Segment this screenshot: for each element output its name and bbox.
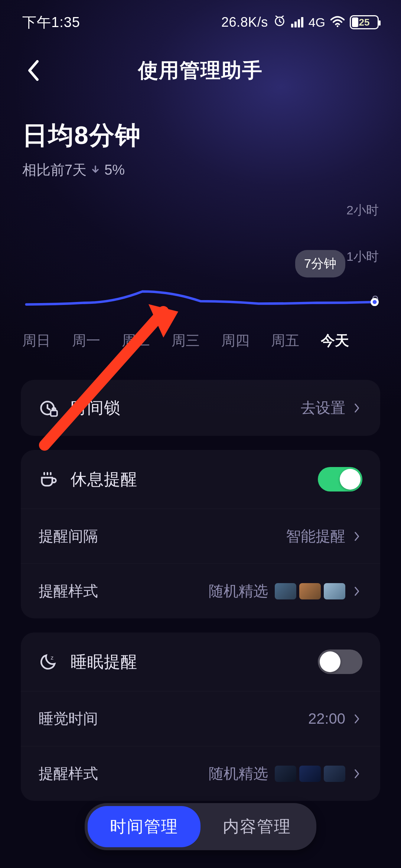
- chevron-right-icon: [352, 531, 362, 542]
- bedtime-value: 22:00: [308, 710, 345, 727]
- chevron-right-icon: [352, 769, 362, 779]
- sleep-style-row[interactable]: 提醒样式 随机精选: [21, 746, 380, 801]
- bedtime-row[interactable]: 睡觉时间 22:00: [21, 691, 380, 746]
- chart-x-axis: 周日周一周二周三周四周五今天: [22, 331, 349, 350]
- sleep-reminder-header: z 睡眠提醒: [21, 632, 380, 691]
- sleep-style-value: 随机精选: [209, 763, 268, 784]
- bottom-segmented: 时间管理 内容管理: [0, 803, 401, 850]
- reminder-style-label: 提醒样式: [39, 581, 98, 601]
- tab-time-management[interactable]: 时间管理: [88, 806, 200, 847]
- time-lock-title: 时间锁: [71, 397, 121, 419]
- thumbnail-icon: [324, 583, 345, 599]
- rest-reminder-card: 休息提醒 提醒间隔 智能提醒 提醒样式 随机精选: [21, 450, 380, 618]
- time-lock-row[interactable]: 时间锁 去设置: [21, 380, 380, 436]
- network-type: 4G: [309, 15, 325, 30]
- thumbnail-icon: [324, 766, 345, 782]
- status-right: 26.8K/s 4G 25: [221, 14, 379, 30]
- reminder-style-row[interactable]: 提醒样式 随机精选: [21, 563, 380, 618]
- compare-value: 5%: [104, 162, 125, 178]
- chevron-right-icon: [352, 714, 362, 724]
- lock-timer-icon: [39, 398, 58, 418]
- time-lock-card: 时间锁 去设置: [21, 380, 380, 436]
- x-tick-label: 今天: [321, 331, 349, 350]
- down-arrow-icon: [90, 162, 101, 178]
- thumbnail-icon: [299, 766, 321, 782]
- daily-average: 日均8分钟: [22, 119, 379, 152]
- page-title: 使用管理助手: [138, 57, 263, 84]
- svg-point-1: [337, 25, 339, 27]
- rest-reminder-header: 休息提醒: [21, 450, 380, 509]
- back-button[interactable]: [22, 59, 45, 82]
- sleep-reminder-card: z 睡眠提醒 睡觉时间 22:00 提醒样式 随机精选: [21, 632, 380, 801]
- reminder-interval-value: 智能提醒: [286, 526, 345, 546]
- battery-icon: 25: [350, 15, 379, 29]
- svg-text:z: z: [51, 654, 54, 661]
- svg-rect-5: [51, 410, 57, 416]
- compare-row: 相比前7天 5%: [22, 161, 379, 180]
- battery-percent: 25: [351, 17, 378, 28]
- sleep-reminder-title: 睡眠提醒: [71, 651, 137, 673]
- thumbnail-icon: [275, 583, 296, 599]
- compare-prefix: 相比前7天: [22, 161, 87, 180]
- chevron-right-icon: [352, 586, 362, 596]
- chevron-right-icon: [352, 403, 362, 413]
- rest-reminder-toggle[interactable]: [318, 467, 362, 491]
- coffee-icon: [39, 470, 58, 489]
- summary-section: 日均8分钟 相比前7天 5%: [0, 96, 401, 180]
- header: 使用管理助手: [0, 45, 401, 96]
- x-tick-label: 周三: [172, 331, 200, 350]
- status-bar: 下午1:35 26.8K/s 4G 25: [0, 0, 401, 45]
- signal-icon: [291, 17, 303, 27]
- x-tick-label: 周二: [122, 331, 150, 350]
- x-tick-label: 周一: [72, 331, 100, 350]
- thumbnail-icon: [299, 583, 321, 599]
- x-tick-label: 周五: [271, 331, 299, 350]
- sleep-style-label: 提醒样式: [39, 763, 98, 784]
- style-thumbnails: [275, 766, 345, 782]
- sleep-reminder-toggle[interactable]: [318, 650, 362, 674]
- x-tick-label: 周四: [221, 331, 250, 350]
- rest-reminder-title: 休息提醒: [71, 468, 137, 490]
- tab-content-management[interactable]: 内容管理: [200, 806, 313, 847]
- status-net-speed: 26.8K/s: [221, 14, 268, 30]
- thumbnail-icon: [275, 766, 296, 782]
- alarm-icon: [273, 14, 286, 30]
- usage-chart[interactable]: 2小时 1小时 0 7分钟 周日周一周二周三周四周五今天: [22, 194, 379, 350]
- style-thumbnails: [275, 583, 345, 599]
- bedtime-label: 睡觉时间: [39, 708, 98, 729]
- x-tick-label: 周日: [22, 331, 50, 350]
- chart-tooltip: 7分钟: [295, 250, 345, 277]
- moon-icon: z: [39, 652, 58, 671]
- wifi-icon: [330, 14, 345, 30]
- time-lock-action: 去设置: [301, 398, 345, 418]
- reminder-style-value: 随机精选: [209, 581, 268, 601]
- svg-point-3: [373, 300, 377, 304]
- settings-cards: 时间锁 去设置 休息提醒 提醒间隔 智能提醒: [0, 350, 401, 868]
- reminder-interval-row[interactable]: 提醒间隔 智能提醒: [21, 509, 380, 563]
- reminder-interval-label: 提醒间隔: [39, 526, 98, 546]
- status-time: 下午1:35: [22, 13, 80, 32]
